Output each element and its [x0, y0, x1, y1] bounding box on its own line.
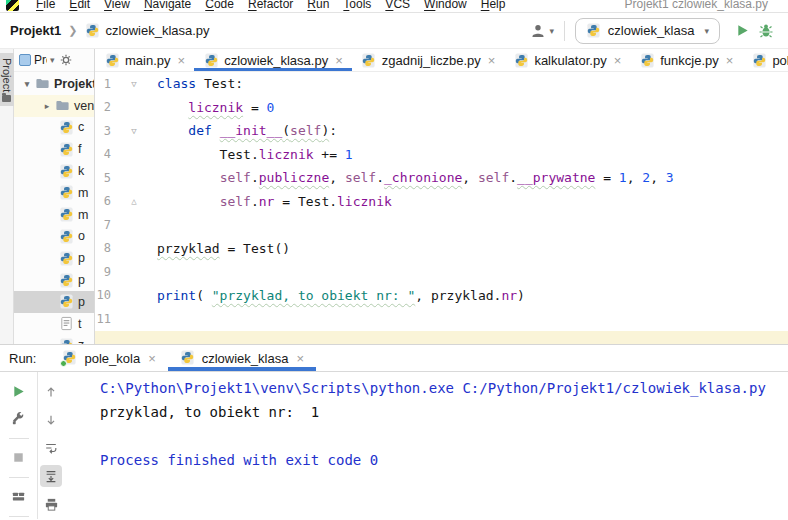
menu-item-tools[interactable]: Tools	[336, 0, 378, 11]
running-indicator-icon	[60, 360, 67, 367]
tree-item-label: t	[78, 317, 81, 331]
python-file-icon	[104, 52, 120, 68]
project-tree-item[interactable]: ▾Projekt1	[14, 73, 94, 95]
settings-gear-icon[interactable]	[58, 52, 74, 68]
close-icon[interactable]: ×	[335, 54, 343, 67]
tree-item-label: p	[78, 273, 85, 287]
close-icon[interactable]: ×	[296, 352, 304, 365]
console-toolbar	[38, 372, 64, 519]
project-tree-item[interactable]: c	[14, 117, 94, 139]
code-text: def __init__(self):	[157, 123, 337, 138]
close-icon[interactable]: ×	[614, 54, 622, 67]
code-line[interactable]: 1▽class Test:	[95, 72, 788, 96]
menu-item-window[interactable]: Window	[417, 0, 474, 11]
chevron-down-icon: ▾	[550, 26, 555, 36]
code-line[interactable]: 6△ self.nr = Test.licznik	[95, 190, 788, 214]
soft-wrap-button[interactable]	[40, 437, 62, 459]
tree-item-label: c	[78, 120, 84, 134]
code-editor[interactable]: 1▽class Test:2 licznik = 03▽ def __init_…	[95, 72, 788, 344]
run-tab[interactable]: pole_kola×	[50, 345, 167, 371]
up-stack-trace-button[interactable]	[40, 381, 62, 403]
line-number: 6	[95, 194, 111, 208]
toolbar-divider	[564, 21, 565, 41]
run-tab[interactable]: czlowiek_klasa×	[168, 345, 316, 371]
python-file-icon	[58, 163, 74, 179]
editor-tab[interactable]: kalkulator.py×	[504, 49, 630, 71]
menu-item-edit[interactable]: Edit	[62, 0, 97, 11]
toolbar-separator	[9, 438, 29, 439]
chevron-right-icon[interactable]: ▸	[40, 101, 54, 111]
console-line: przyklad, to obiekt nr: 1	[100, 404, 788, 428]
edit-configuration-button[interactable]	[8, 408, 30, 428]
code-line[interactable]: 3▽ def __init__(self):	[95, 119, 788, 143]
editor-tab[interactable]: czlowiek_klasa.py×	[194, 49, 352, 71]
project-tree-item[interactable]: z	[14, 335, 94, 344]
menu-item-help[interactable]: Help	[474, 0, 513, 11]
code-line[interactable]: 5 self.publiczne, self._chronione, self.…	[95, 166, 788, 190]
code-line[interactable]: 8przyklad = Test()	[95, 237, 788, 261]
menu-item-refactor[interactable]: Refactor	[241, 0, 300, 11]
project-tree-item[interactable]: k	[14, 160, 94, 182]
editor-tab[interactable]: funkcje.py×	[630, 49, 742, 71]
print-button[interactable]	[40, 493, 62, 515]
python-file-icon	[203, 52, 219, 68]
menu-item-code[interactable]: Code	[198, 0, 241, 11]
project-tree-item[interactable]: p	[14, 269, 94, 291]
restore-layout-button[interactable]	[8, 487, 30, 507]
menu-item-navigate[interactable]: Navigate	[137, 0, 198, 11]
wrench-icon	[11, 410, 27, 426]
close-icon[interactable]: ×	[148, 352, 156, 365]
project-tool-window-tab[interactable]: Project	[0, 53, 14, 106]
menu-item-view[interactable]: View	[97, 0, 137, 11]
python-file-icon	[586, 23, 602, 39]
rerun-button[interactable]	[8, 381, 30, 401]
editor-tab[interactable]: zgadnij_liczbe.py×	[352, 49, 505, 71]
fold-marker-icon[interactable]: ▽	[111, 79, 157, 89]
close-icon[interactable]: ×	[726, 54, 734, 67]
code-line[interactable]: 11	[95, 307, 788, 331]
project-tree-item[interactable]: p	[14, 291, 94, 313]
scroll-to-end-button[interactable]	[40, 465, 62, 487]
breadcrumb-project[interactable]: Projekt1	[10, 23, 61, 38]
code-line[interactable]: 10print( "przyklad, to obiekt nr: ", prz…	[95, 284, 788, 308]
project-tree-item[interactable]: ▸venv	[14, 95, 94, 117]
run-configuration-label: czlowiek_klasa	[608, 23, 695, 38]
fold-marker-icon[interactable]: ▽	[111, 126, 157, 136]
project-view-label: Project	[34, 53, 47, 67]
line-number: 8	[95, 241, 111, 255]
code-line[interactable]: 4 Test.licznik += 1	[95, 143, 788, 167]
fold-marker-icon[interactable]: △	[111, 196, 157, 206]
user-account-button[interactable]: ▾	[530, 19, 554, 43]
python-file-icon	[639, 52, 655, 68]
debug-button[interactable]	[754, 19, 778, 43]
line-number: 7	[95, 218, 111, 232]
project-panel-header[interactable]: Project ▾	[14, 49, 94, 72]
project-tree-item[interactable]: m	[14, 204, 94, 226]
close-icon[interactable]: ×	[178, 54, 186, 67]
project-tree-item[interactable]: t	[14, 313, 94, 335]
close-icon[interactable]: ×	[488, 54, 496, 67]
code-line[interactable]: 7	[95, 213, 788, 237]
menu-item-run[interactable]: Run	[300, 0, 336, 11]
run-console[interactable]: C:\Python\Projekt1\venv\Scripts\python.e…	[64, 372, 788, 519]
menu-item-file[interactable]: File	[29, 0, 62, 11]
tab-label: funkcje.py	[660, 53, 719, 68]
code-line[interactable]: 2 licznik = 0	[95, 96, 788, 120]
project-tree-item[interactable]: m	[14, 182, 94, 204]
code-line[interactable]: 9	[95, 260, 788, 284]
editor-tab[interactable]: pol	[742, 49, 788, 71]
project-tree-item[interactable]: p	[14, 247, 94, 269]
line-number: 1	[95, 77, 111, 91]
python-file-icon	[361, 52, 377, 68]
chevron-down-icon[interactable]: ▾	[20, 79, 34, 89]
down-stack-trace-button[interactable]	[40, 409, 62, 431]
project-tree-item[interactable]: o	[14, 226, 94, 248]
tab-label: pol	[772, 53, 788, 68]
run-button[interactable]	[730, 19, 754, 43]
stop-button[interactable]	[8, 448, 30, 468]
editor-tab[interactable]: main.py×	[95, 49, 194, 71]
breadcrumb-file[interactable]: czlowiek_klasa.py	[106, 23, 210, 38]
run-configuration-select[interactable]: czlowiek_klasa ▾	[575, 18, 720, 44]
project-tree-item[interactable]: f	[14, 138, 94, 160]
menu-item-vcs[interactable]: VCS	[378, 0, 417, 11]
